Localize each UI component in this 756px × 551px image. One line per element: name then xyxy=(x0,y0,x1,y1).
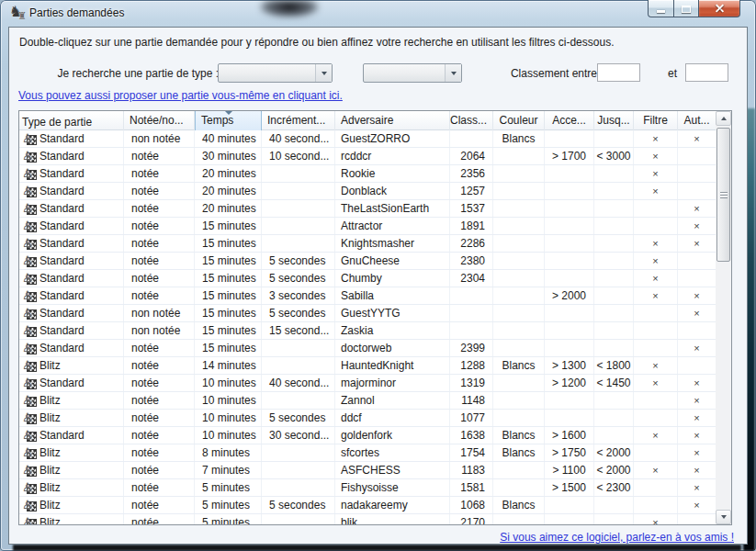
x-mark-icon: × xyxy=(652,255,658,266)
cell-rated: notée xyxy=(124,479,195,496)
cell-aut: × xyxy=(678,444,716,461)
cell-rating: 1754 xyxy=(450,444,493,461)
cell-adversary: ddcf xyxy=(335,410,450,426)
column-header-color[interactable]: Couleur xyxy=(493,111,545,130)
scroll-up-button[interactable] xyxy=(716,111,731,126)
table-row[interactable]: Blitznotée5 minutes5 secondesnadakareemy… xyxy=(19,497,716,514)
cell-filtre: × xyxy=(634,375,678,391)
cell-type: Standard xyxy=(19,218,124,234)
cell-adversary: Donblack xyxy=(335,183,450,199)
cell-time: 8 minutes xyxy=(195,444,262,461)
x-mark-icon: × xyxy=(652,151,658,162)
table-row[interactable]: Standardnotée15 minutes3 secondesSabilla… xyxy=(19,287,716,305)
cell-type: Standard xyxy=(19,322,124,339)
table-row[interactable]: Blitznotée7 minutesASFCHESS1183> 1100< 2… xyxy=(19,462,716,479)
table-row[interactable]: Standardnotée15 minutesdoctorweb2399× xyxy=(19,340,716,357)
table-row[interactable]: Standardnon notée15 minutes15 second...Z… xyxy=(19,322,716,340)
table-row[interactable]: Standardnotée15 minutes5 secondesGnuChee… xyxy=(19,253,716,270)
cell-rating: 1319 xyxy=(450,375,493,391)
cell-type: Blitz xyxy=(19,410,124,426)
combo-arrow-zone xyxy=(315,64,332,82)
cell-rated: notée xyxy=(124,514,195,524)
table-row[interactable]: Standardnotée20 minutesTheLastSionEarth1… xyxy=(19,200,716,218)
close-icon xyxy=(715,4,725,14)
games-table-body: Standardnon notée40 minutes40 second...G… xyxy=(19,130,716,524)
game-type-text: Standard xyxy=(39,183,85,199)
table-row[interactable]: Standardnotée30 minutes10 second...rcddc… xyxy=(19,148,716,165)
column-header-rated[interactable]: Notée/no... xyxy=(124,111,195,130)
propose-game-link[interactable]: Vous pouvez aussi proposer une partie vo… xyxy=(18,89,343,102)
vertical-scrollbar[interactable] xyxy=(716,111,731,524)
pawn-board-icon xyxy=(22,219,38,232)
close-button[interactable] xyxy=(699,0,740,17)
table-row[interactable]: Blitznotée10 minutes5 secondesddcf1077× xyxy=(19,410,716,427)
cell-adversary: majorminor xyxy=(335,375,450,391)
cell-color xyxy=(493,410,545,426)
cell-adversary: Fishysoisse xyxy=(335,479,450,496)
cell-type: Standard xyxy=(19,270,124,287)
table-row[interactable]: Standardnon notée40 minutes40 second...G… xyxy=(19,130,716,148)
cell-type: Standard xyxy=(19,148,124,164)
pawn-board-icon xyxy=(22,167,38,180)
scrollbar-thumb[interactable] xyxy=(717,128,730,262)
column-header-max[interactable]: Jusq... xyxy=(594,111,634,130)
column-header-aut[interactable]: Aut... xyxy=(678,111,716,130)
table-row[interactable]: Blitznotée5 minutesFishysoisse1581> 1500… xyxy=(19,479,716,497)
cell-adversary: Chumby xyxy=(335,270,450,287)
cell-type: Blitz xyxy=(19,497,124,513)
cell-filtre: × xyxy=(634,148,678,164)
cell-type: Blitz xyxy=(19,514,124,524)
column-header-increment[interactable]: Incrément... xyxy=(262,111,335,130)
column-header-filtre[interactable]: Filtre xyxy=(634,111,678,130)
cell-time: 30 minutes xyxy=(195,148,262,164)
column-header-type[interactable]: Type de partie xyxy=(19,111,124,130)
table-row[interactable]: Standardnotée10 minutes30 second...golde… xyxy=(19,427,716,444)
table-row[interactable]: Blitznotée8 minutessfcortes1754Blancs> 1… xyxy=(19,444,716,462)
cell-adversary: Zaskia xyxy=(335,322,450,339)
x-mark-icon: × xyxy=(694,238,699,249)
column-header-rating[interactable]: Class... xyxy=(450,111,493,130)
table-row[interactable]: Standardnotée20 minutesRookie2356× xyxy=(19,165,716,183)
cell-filtre: × xyxy=(634,165,678,182)
cell-aut xyxy=(678,183,716,199)
rating-min-input[interactable] xyxy=(597,63,640,82)
game-type-text: Standard xyxy=(39,427,85,444)
cell-max xyxy=(594,287,634,304)
pawn-board-icon xyxy=(22,499,38,512)
share-with-friends-link[interactable]: Si vous aimez ce logiciel, parlez-en à v… xyxy=(500,531,734,544)
game-subtype-select[interactable] xyxy=(363,63,462,83)
x-mark-icon: × xyxy=(694,308,699,319)
scroll-down-button[interactable] xyxy=(716,510,731,524)
table-row[interactable]: Standardnotée15 minutesAttractor1891× xyxy=(19,218,716,235)
table-row[interactable]: Standardnotée20 minutesDonblack1257× xyxy=(19,183,716,200)
cell-min: > 1200 xyxy=(545,375,594,391)
cell-color xyxy=(493,462,545,478)
table-row[interactable]: Standardnotée15 minutes5 secondesChumby2… xyxy=(19,270,716,287)
cell-aut: × xyxy=(678,427,716,444)
cell-color xyxy=(493,340,545,356)
column-header-adversary[interactable]: Adversaire xyxy=(335,111,450,130)
minimize-button[interactable] xyxy=(648,0,674,17)
title-bar[interactable]: ♞♜ Parties demandées xyxy=(0,0,756,27)
column-header-min[interactable]: Acce... xyxy=(545,111,594,130)
cell-type: Standard xyxy=(19,305,124,321)
column-header-time[interactable]: Temps xyxy=(195,111,262,130)
maximize-button[interactable] xyxy=(674,0,699,17)
table-row[interactable]: Standardnotée15 minutesKnightsmasher2286… xyxy=(19,235,716,253)
table-row[interactable]: Blitznotée5 minutesblik2170× xyxy=(19,514,716,524)
cell-rated: notée xyxy=(124,165,195,182)
table-row[interactable]: Standardnon notée15 minutes5 secondesGue… xyxy=(19,305,716,322)
chevron-down-icon xyxy=(451,72,457,75)
rating-max-input[interactable] xyxy=(685,63,728,82)
cell-min xyxy=(545,253,594,269)
desktop-glimpse-bottom xyxy=(13,545,741,551)
column-header-label: Aut... xyxy=(683,114,709,127)
table-row[interactable]: Blitznotée10 minutesZannol1148× xyxy=(19,392,716,410)
cell-time: 40 minutes xyxy=(195,130,262,147)
game-type-select[interactable] xyxy=(218,63,333,83)
table-row[interactable]: Standardnotée10 minutes40 second...major… xyxy=(19,375,716,392)
table-row[interactable]: Blitznotée14 minutesHauntedKnight1288Bla… xyxy=(19,357,716,375)
game-type-text: Blitz xyxy=(39,357,61,374)
pawn-board-icon xyxy=(22,150,38,163)
cell-time: 5 minutes xyxy=(195,514,262,524)
